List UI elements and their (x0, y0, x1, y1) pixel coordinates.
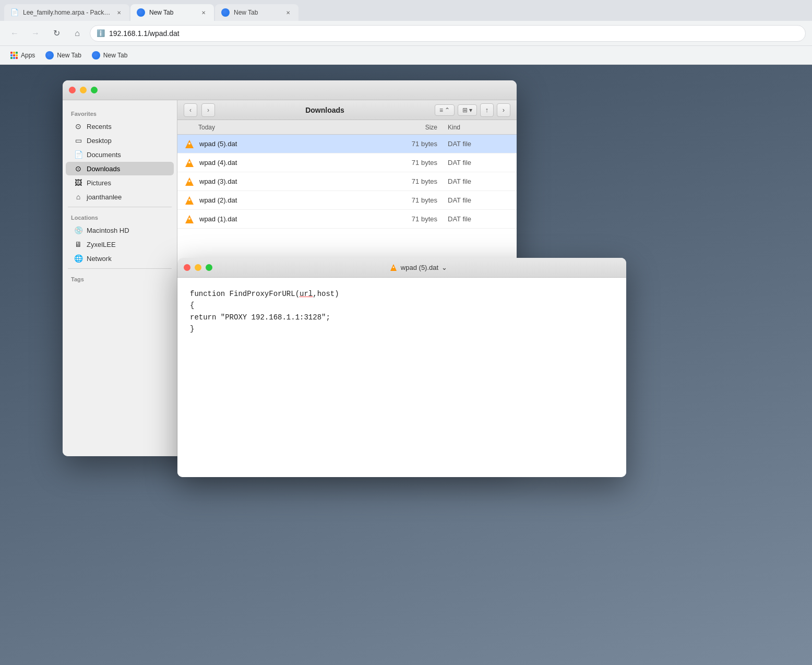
file-row-3[interactable]: wpad (2).dat 71 bytes DAT file (177, 191, 517, 210)
editor-title-dropdown[interactable]: ⌄ (441, 264, 447, 271)
browser-tab-1[interactable]: 📄 Lee_family.home.arpa - Packa... ✕ (4, 4, 129, 21)
svg-point-17 (392, 266, 394, 268)
file-size-4: 71 bytes (385, 215, 448, 223)
tab3-close-button[interactable]: ✕ (284, 8, 292, 17)
svg-point-8 (188, 180, 190, 182)
editor-title-area: wpad (5).dat ⌄ (217, 264, 620, 272)
finder-titlebar (63, 80, 517, 100)
sidebar-item-zyxellee[interactable]: 🖥 ZyxelLEE (66, 238, 174, 251)
finder-share-button[interactable]: ↑ (480, 103, 494, 117)
finder-maximize-button[interactable] (91, 87, 98, 93)
newtab1-globe-icon (45, 51, 54, 60)
bookmark-newtab-1[interactable]: New Tab (41, 49, 85, 62)
file-name-0: wpad (5).dat (199, 140, 385, 148)
favorites-section-title: Favorites (63, 106, 177, 119)
browser-content-area: Favorites ⊙ Recents ▭ Desktop 📄 Document… (0, 65, 812, 665)
svg-point-5 (188, 161, 190, 163)
finder-forward-button[interactable]: › (201, 103, 215, 117)
file-kind-0: DAT file (448, 140, 510, 148)
sidebar-item-recents[interactable]: ⊙ Recents (66, 120, 174, 133)
downloads-icon: ⊙ (74, 164, 82, 173)
file-kind-3: DAT file (448, 196, 510, 204)
file-list-header: Today Size Kind (177, 120, 517, 135)
file-kind-4: DAT file (448, 215, 510, 223)
browser-tab-2[interactable]: New Tab ✕ (130, 4, 214, 21)
finder-close-button[interactable] (69, 87, 76, 93)
editor-line-3: return "PROXY 192.168.1.1:3128"; (190, 312, 614, 323)
bookmark-apps[interactable]: Apps (6, 50, 39, 61)
sidebar-desktop-label: Desktop (87, 137, 112, 145)
apps-grid-icon (10, 52, 18, 59)
sidebar-item-documents[interactable]: 📄 Documents (66, 148, 174, 161)
tab3-title: New Tab (234, 9, 280, 16)
text-editor-window: wpad (5).dat ⌄ function FindProxyForURL(… (177, 258, 626, 477)
editor-content[interactable]: function FindProxyForURL(url,host) { ret… (177, 278, 626, 477)
bookmark-apps-label: Apps (21, 52, 35, 59)
file-row-0[interactable]: wpad (5).dat 71 bytes DAT file (177, 135, 517, 153)
file-row-4[interactable]: wpad (1).dat 71 bytes DAT file (177, 210, 517, 229)
tab1-close-button[interactable]: ✕ (115, 8, 123, 17)
file-name-1: wpad (4).dat (199, 159, 385, 167)
editor-maximize-button[interactable] (206, 264, 212, 271)
file-icon-0 (184, 138, 195, 150)
pictures-icon: 🖼 (74, 179, 82, 187)
finder-list-view-button[interactable]: ≡ ⌃ (435, 104, 455, 116)
finder-back-button[interactable]: ‹ (184, 103, 197, 117)
browser-toolbar: ← → ↻ ⌂ ℹ️ 192.168.1.1/wpad.dat (0, 21, 812, 46)
list-view-icon: ≡ (439, 106, 443, 114)
file-name-3: wpad (2).dat (199, 196, 385, 204)
list-view-sort-icon: ⌃ (445, 106, 450, 114)
sidebar-item-macintosh-hd[interactable]: 💿 Macintosh HD (66, 223, 174, 237)
forward-button[interactable]: → (27, 25, 44, 42)
address-bar[interactable]: ℹ️ 192.168.1.1/wpad.dat (90, 25, 806, 42)
editor-file-icon (389, 264, 398, 272)
col-header-name[interactable]: Today (184, 124, 385, 131)
grid-view-dropdown-icon: ▾ (469, 106, 472, 114)
svg-point-14 (188, 218, 190, 220)
editor-minimize-button[interactable] (195, 264, 201, 271)
file-size-1: 71 bytes (385, 159, 448, 167)
home-button[interactable]: ⌂ (69, 25, 86, 42)
file-row-2[interactable]: wpad (3).dat 71 bytes DAT file (177, 172, 517, 191)
bookmarks-bar: Apps New Tab New Tab (0, 46, 812, 65)
svg-point-11 (188, 199, 190, 201)
file-size-0: 71 bytes (385, 140, 448, 148)
tab1-title: Lee_family.home.arpa - Packa... (23, 9, 111, 16)
file-size-3: 71 bytes (385, 196, 448, 204)
desktop-icon: ▭ (74, 136, 82, 145)
sidebar-item-downloads[interactable]: ⊙ Downloads (66, 162, 174, 175)
sidebar-network-label: Network (87, 255, 112, 263)
file-icon-1 (184, 157, 195, 169)
grid-view-icon: ⊞ (462, 106, 468, 114)
sidebar-item-user[interactable]: ⌂ joanthanlee (66, 190, 174, 204)
tab2-close-button[interactable]: ✕ (199, 8, 208, 17)
bookmark-newtab2-label: New Tab (103, 52, 127, 59)
sidebar-documents-label: Documents (87, 151, 121, 159)
col-header-kind[interactable]: Kind (448, 124, 510, 131)
editor-line-1: function FindProxyForURL(url,host) (190, 288, 614, 300)
file-name-4: wpad (1).dat (199, 215, 385, 223)
sidebar-item-desktop[interactable]: ▭ Desktop (66, 134, 174, 147)
finder-toolbar-right: ≡ ⌃ ⊞ ▾ ↑ › (435, 103, 510, 117)
browser-tab-3[interactable]: New Tab ✕ (215, 4, 298, 21)
finder-folder-title: Downloads (219, 106, 431, 114)
editor-line-2: { (190, 300, 614, 311)
back-button[interactable]: ← (6, 25, 23, 42)
finder-action-button[interactable]: › (497, 103, 510, 117)
bookmark-newtab-2[interactable]: New Tab (88, 49, 132, 62)
file-icon-4 (184, 213, 195, 225)
col-header-size[interactable]: Size (385, 124, 448, 131)
sidebar-item-network[interactable]: 🌐 Network (66, 252, 174, 265)
finder-sidebar: Favorites ⊙ Recents ▭ Desktop 📄 Document… (63, 100, 177, 456)
sidebar-item-pictures[interactable]: 🖼 Pictures (66, 176, 174, 189)
locations-section-title: Locations (63, 210, 177, 223)
finder-minimize-button[interactable] (80, 87, 87, 93)
file-row-1[interactable]: wpad (4).dat 71 bytes DAT file (177, 153, 517, 172)
finder-grid-view-button[interactable]: ⊞ ▾ (458, 104, 477, 116)
tab2-title: New Tab (149, 9, 195, 16)
editor-close-button[interactable] (184, 264, 190, 271)
network-icon: 🌐 (74, 254, 82, 263)
hd-icon: 💿 (74, 226, 82, 234)
reload-button[interactable]: ↻ (48, 25, 65, 42)
text-editor-titlebar: wpad (5).dat ⌄ (177, 258, 626, 278)
